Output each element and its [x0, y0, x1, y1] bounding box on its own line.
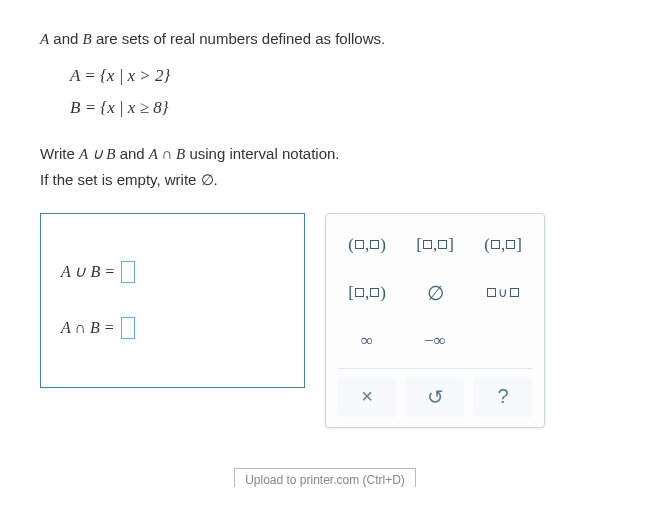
infinity-button[interactable]: ∞	[338, 320, 396, 362]
interval-open-open-button[interactable]: (,)	[338, 224, 396, 266]
instr-post: using interval notation.	[185, 145, 339, 162]
set-b-name: B	[83, 31, 92, 47]
union-template-button[interactable]: ∪	[474, 272, 532, 314]
answer-row-union: A ∪ B =	[61, 261, 284, 283]
interval-closed-open-button[interactable]: [,)	[338, 272, 396, 314]
help-button[interactable]: ?	[474, 377, 532, 417]
footer-text: Upload to printer.com (Ctrl+D)	[234, 468, 416, 487]
symbol-palette: (,) [,] (,] [,) ∅ ∪ ∞ −∞ × ↺ ?	[325, 213, 545, 428]
definition-a: A = {x | x > 2}	[70, 60, 610, 92]
set-a-name: A	[40, 31, 49, 47]
inter-input[interactable]	[121, 317, 135, 339]
clear-button[interactable]: ×	[338, 377, 396, 417]
union-label: A ∪ B =	[61, 262, 115, 281]
interval-closed-closed-button[interactable]: [,]	[406, 224, 464, 266]
help-icon: ?	[497, 385, 508, 408]
problem-intro: A and B are sets of real numbers defined…	[40, 30, 610, 48]
answer-row-intersection: A ∩ B =	[61, 317, 284, 339]
set-definitions: A = {x | x > 2} B = {x | x ≥ 8}	[70, 60, 610, 125]
instr-inter: A ∩ B	[149, 146, 185, 162]
instr-mid: and	[115, 145, 148, 162]
close-icon: ×	[361, 385, 373, 408]
reset-icon: ↺	[427, 385, 444, 409]
neg-infinity-button[interactable]: −∞	[406, 320, 464, 362]
work-area: A ∪ B = A ∩ B = (,) [,] (,] [,) ∅ ∪ ∞ −∞	[40, 213, 610, 428]
definition-b: B = {x | x ≥ 8}	[70, 92, 610, 124]
union-input[interactable]	[121, 261, 135, 283]
empty-set-button[interactable]: ∅	[406, 272, 464, 314]
footer: Upload to printer.com (Ctrl+D)	[40, 468, 610, 487]
answer-box: A ∪ B = A ∩ B =	[40, 213, 305, 388]
intro-suffix: are sets of real numbers defined as foll…	[92, 30, 385, 47]
instructions: Write A ∪ B and A ∩ B using interval not…	[40, 141, 610, 193]
instr-pre: Write	[40, 145, 79, 162]
interval-open-closed-button[interactable]: (,]	[474, 224, 532, 266]
intro-and: and	[49, 30, 82, 47]
reset-button[interactable]: ↺	[406, 377, 464, 417]
instr-line2: If the set is empty, write ∅.	[40, 167, 610, 193]
instr-union: A ∪ B	[79, 146, 116, 162]
inter-label: A ∩ B =	[61, 319, 115, 337]
